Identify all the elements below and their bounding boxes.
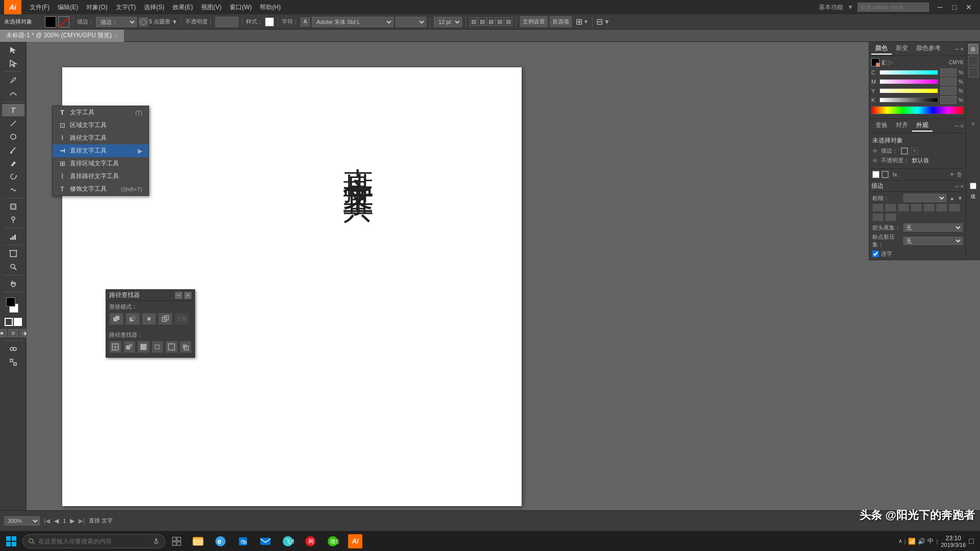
menu-help[interactable]: 帮助(H) [256, 1, 285, 14]
tool-ellipse[interactable] [2, 131, 24, 143]
color-ref-tab[interactable]: 颜色参考 [912, 43, 945, 55]
tool-pen[interactable] [2, 74, 24, 86]
c-value-input[interactable]: 0 [940, 68, 957, 77]
start-arrow-select[interactable]: 无 [903, 237, 963, 245]
tool-paintbrush[interactable] [2, 144, 24, 156]
tool-warp[interactable] [2, 184, 24, 196]
stroke-mode-select[interactable]: 描边： [96, 17, 137, 27]
tool-hand[interactable] [2, 278, 24, 290]
c-slider[interactable] [879, 70, 938, 75]
dashed-line-checkbox[interactable] [970, 183, 976, 189]
notification-icon[interactable]: □ [969, 537, 974, 546]
tool-select[interactable] [2, 44, 24, 56]
appearance-tab-btn[interactable]: 外观 [912, 120, 933, 132]
m-value-input[interactable]: 0 [940, 78, 957, 86]
fx-label[interactable]: fx [893, 171, 897, 178]
shape-unite-btn[interactable] [109, 313, 124, 325]
tool-zoom[interactable] [2, 261, 24, 273]
menu-file[interactable]: 文件(F) [26, 1, 54, 14]
join-bevel-btn[interactable] [936, 204, 947, 212]
menu-edit[interactable]: 编辑(E) [54, 1, 82, 14]
finder-divide-btn[interactable] [109, 341, 121, 353]
close-button[interactable]: ✕ [962, 0, 976, 14]
color-mode-none[interactable]: ⊘ [8, 329, 18, 337]
flyout-item-touch-text[interactable]: T 修饰文字工具 (Shift+T) [53, 183, 149, 195]
para-icon-5[interactable]: ▤ [504, 17, 512, 26]
stroke-weight-select[interactable] [903, 194, 946, 202]
arrange-dropdown[interactable]: ▼ [583, 19, 589, 24]
document-tab[interactable]: 未标题-1 * @ 300% (CMYK/GPU 预览) × [0, 30, 125, 42]
font-size-select[interactable]: 12 pt [434, 17, 462, 27]
stroke-panel-close[interactable]: × [961, 183, 964, 189]
align-inside-btn[interactable] [949, 204, 960, 212]
align-tab[interactable]: 对齐 [892, 120, 912, 132]
tray-wifi-icon[interactable]: 📶 [908, 538, 916, 545]
align-center-btn[interactable] [872, 213, 884, 221]
align-outside-btn[interactable] [885, 213, 896, 221]
font-select[interactable]: Adobe 宋体 Std L [312, 17, 394, 27]
pathfinder-minimize-btn[interactable]: ─ [175, 292, 182, 299]
flyout-item-text[interactable]: T 文字工具 (T) [53, 106, 149, 119]
para-icon-2[interactable]: ▤ [478, 17, 486, 26]
ligate-checkbox[interactable] [872, 251, 879, 257]
appearance-add-icon[interactable]: ✦ [949, 171, 954, 178]
opacity-eye-icon[interactable]: 👁 [872, 158, 878, 164]
finder-minus-back-btn[interactable] [180, 341, 192, 353]
color-mode-color[interactable]: ■ [0, 329, 7, 337]
flyout-item-vertical-text[interactable]: T 直排文字工具 ▶ [53, 144, 149, 157]
taskbar-edge-btn[interactable]: e [210, 532, 231, 550]
arrange-icon[interactable]: ⊞ [576, 17, 582, 27]
fill-color-swatch[interactable] [45, 16, 56, 28]
align-right-icon[interactable]: ⊟ [596, 17, 603, 27]
stroke-weight-down[interactable]: ▼ [958, 195, 963, 201]
taskbar-netease-btn[interactable]: 网 [300, 532, 321, 550]
cap-round-btn[interactable] [885, 204, 896, 212]
swatches-tab[interactable]: 新变 [892, 43, 912, 55]
cmyk-mode-icon[interactable]: ◧ [881, 59, 887, 66]
shape-exclude-btn[interactable] [158, 313, 173, 325]
tray-sound-icon[interactable]: 🔊 [918, 538, 925, 545]
finder-trim-btn[interactable] [124, 341, 136, 353]
taskbar-feishu-btn[interactable]: 飞书 [278, 532, 298, 550]
color-strip-btn-1[interactable]: ▤ [968, 44, 978, 54]
first-options-button[interactable]: 首选项 [550, 16, 572, 27]
stroke-edit-icon[interactable]: ✎ [911, 147, 918, 155]
shape-expand-btn[interactable]: 扩展 [175, 313, 189, 325]
color-spectrum[interactable] [871, 106, 964, 114]
taskbar-explorer-btn[interactable] [188, 532, 208, 550]
align-right-arrow[interactable]: ▼ [604, 18, 610, 26]
menu-effect[interactable]: 效果(E) [168, 1, 197, 14]
k-slider[interactable] [879, 97, 938, 103]
pathfinder-close-btn[interactable]: × [184, 292, 191, 299]
stock-search-input[interactable] [857, 3, 929, 12]
quick-stroke[interactable] [14, 318, 22, 326]
y-value-input[interactable]: 0 [940, 87, 957, 95]
foreground-color-box[interactable] [6, 297, 15, 307]
transform-panel-close[interactable]: × [961, 123, 964, 129]
stroke-eye-icon[interactable]: 👁 [872, 148, 878, 154]
taskbar-mail-btn[interactable] [255, 532, 276, 550]
font-style-select[interactable] [396, 17, 426, 27]
doc-settings-button[interactable]: 文档设置 [520, 16, 548, 27]
color-tab[interactable]: 颜色 [871, 43, 892, 55]
cap-butt-btn[interactable] [872, 204, 884, 212]
tool-direct-select[interactable] [2, 57, 24, 69]
artboard-nav-prev[interactable]: ◀ [54, 517, 59, 524]
end-arrow-select[interactable]: 无 [903, 223, 963, 232]
flyout-item-vertical-area-text[interactable]: ⊞ 直排区域文字工具 [53, 157, 149, 170]
para-icon-4[interactable]: ▤ [496, 17, 504, 26]
menu-window[interactable]: 窗口(W) [226, 1, 256, 14]
transform-panel-collapse[interactable]: ─ [955, 123, 959, 129]
transform-tab[interactable]: 变换 [871, 120, 892, 132]
cap-square-btn[interactable] [898, 204, 909, 212]
tool-type[interactable]: T [2, 104, 24, 116]
tool-rotate[interactable] [2, 170, 24, 183]
flyout-item-area-text[interactable]: ⊡ 区域文字工具 [53, 119, 149, 132]
join-miter-btn[interactable] [911, 204, 922, 212]
stroke-swatch-small[interactable] [876, 63, 880, 67]
stroke-weight-up[interactable]: ▲ [949, 195, 954, 201]
task-view-btn[interactable] [167, 532, 186, 550]
y-slider[interactable] [879, 88, 938, 93]
zoom-select[interactable]: 300% [4, 516, 40, 525]
finder-crop-btn[interactable] [152, 341, 164, 353]
